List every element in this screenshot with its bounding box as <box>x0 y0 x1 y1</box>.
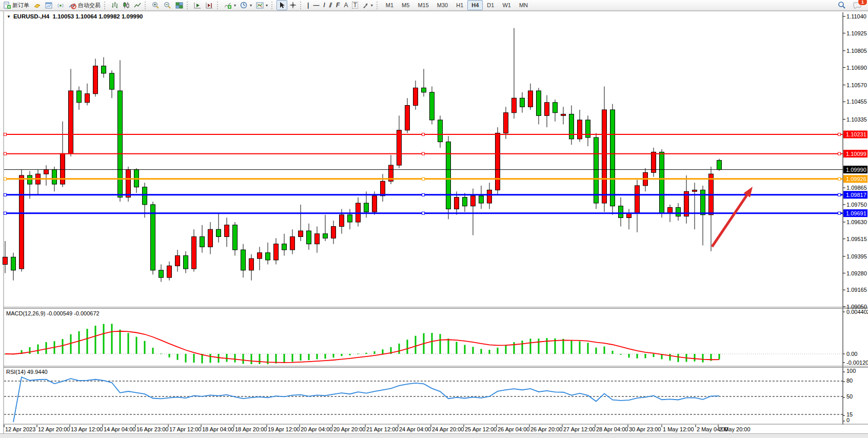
svg-text:13 Apr 12:00: 13 Apr 12:00 <box>71 426 103 432</box>
market-watch-icon <box>45 2 53 9</box>
algo-trading-button[interactable]: 自动交易 <box>67 0 103 10</box>
vline-icon: | <box>307 2 309 8</box>
price-badge: 1.09691 <box>846 210 866 216</box>
svg-text:1.09280: 1.09280 <box>846 270 867 276</box>
timeframe-label: MN <box>517 2 530 8</box>
svg-text:30 Apr 23:00: 30 Apr 23:00 <box>629 426 661 432</box>
svg-text:1.10925: 1.10925 <box>846 30 867 36</box>
timeframe-m5-button[interactable]: M5 <box>398 0 413 10</box>
timeframe-w1-button[interactable]: W1 <box>498 0 515 10</box>
channel-button[interactable]: ⫽ <box>327 0 334 10</box>
candles-chart-button[interactable] <box>121 0 132 10</box>
toolbar-grip <box>300 2 304 9</box>
periods-button[interactable]: ▾ <box>238 0 254 10</box>
price-badge: 1.10231 <box>846 131 866 137</box>
bars-chart-button[interactable] <box>109 0 121 10</box>
new-order-button[interactable]: 新订单 <box>1 0 31 10</box>
line-chart-button[interactable] <box>132 0 143 10</box>
trendline-button[interactable]: / <box>321 0 327 10</box>
svg-text:24 Apr 20:00: 24 Apr 20:00 <box>432 426 464 432</box>
svg-text:1.09630: 1.09630 <box>846 219 867 225</box>
svg-text:18 Apr 04:00: 18 Apr 04:00 <box>202 426 234 432</box>
metaeditor-button[interactable] <box>31 0 43 10</box>
timeframe-m1-button[interactable]: M1 <box>382 0 398 10</box>
timeframe-d1-button[interactable]: D1 <box>483 0 498 10</box>
svg-text:1.10805: 1.10805 <box>846 48 867 54</box>
objects-dropdown-button[interactable]: ▾ <box>360 0 375 10</box>
cursor-icon <box>279 2 285 9</box>
svg-text:1.10335: 1.10335 <box>846 116 867 123</box>
tile-windows-button[interactable] <box>173 0 185 10</box>
line-chart-icon <box>134 2 141 9</box>
price-badge: 1.09990 <box>846 167 866 173</box>
timeframe-h1-button[interactable]: H1 <box>452 0 467 10</box>
svg-text:20 Apr 20:00: 20 Apr 20:00 <box>333 426 365 432</box>
svg-text:27 Apr 12:00: 27 Apr 12:00 <box>563 426 595 432</box>
svg-text:12 Apr 2023: 12 Apr 2023 <box>5 426 35 432</box>
chart-canvas[interactable]: 1.110401.109251.108051.106901.105701.104… <box>0 0 868 438</box>
price-badge: 1.10099 <box>846 151 866 157</box>
svg-text:1.09395: 1.09395 <box>846 253 867 260</box>
timeframe-mn-button[interactable]: MN <box>515 0 532 10</box>
zoom-out-button[interactable] <box>162 0 173 10</box>
label-icon: T <box>352 2 358 9</box>
label-button[interactable]: T <box>350 0 360 10</box>
crosshair-button[interactable] <box>287 0 299 10</box>
timeframe-label: M30 <box>435 2 450 8</box>
ohlc-readout: EURUSD-,H4 1.10053 1.10064 1.09982 1.099… <box>13 13 143 19</box>
timeframe-m30-button[interactable]: M30 <box>433 0 452 10</box>
svg-text:1.09750: 1.09750 <box>846 202 867 208</box>
tile-windows-icon <box>175 2 183 9</box>
trendline-icon: / <box>323 2 325 8</box>
timeframe-m15-button[interactable]: M15 <box>413 0 432 10</box>
svg-text:26 Apr 04:00: 26 Apr 04:00 <box>498 426 529 432</box>
zoom-in-icon <box>152 2 160 9</box>
time-axis[interactable]: 12 Apr 202312 Apr 20:0013 Apr 12:0014 Ap… <box>4 425 751 432</box>
svg-text:1.09865: 1.09865 <box>846 185 867 191</box>
macd-indicator-label: MACD(12,26,9) -0.000549 -0.000672 <box>6 310 100 316</box>
timeframe-label: W1 <box>500 2 513 8</box>
market-watch-button[interactable] <box>43 0 55 10</box>
chat-button[interactable]: 1 <box>851 0 864 10</box>
toolbar-grip <box>104 2 108 9</box>
toolbar-grip <box>377 2 380 9</box>
toolbar-grip <box>271 2 275 9</box>
chart-shift-icon <box>206 2 213 9</box>
chart-shift-button[interactable] <box>204 0 215 10</box>
algo-trading-label: 自动交易 <box>78 2 101 9</box>
vline-button[interactable]: | <box>305 0 311 10</box>
hline-button[interactable]: — <box>311 0 321 10</box>
templates-button[interactable]: ▾ <box>254 0 270 10</box>
text-button[interactable]: A <box>342 0 350 10</box>
zoom-in-button[interactable] <box>150 0 162 10</box>
cursor-button[interactable] <box>277 0 287 10</box>
chart-symbol-title: ▼ EURUSD-,H4 1.10053 1.10064 1.09982 1.0… <box>7 13 143 19</box>
indicators-button[interactable]: ▾ <box>222 0 238 10</box>
signals-icon <box>57 2 65 9</box>
signals-button[interactable] <box>55 0 67 10</box>
collapse-chart-icon[interactable]: ▼ <box>7 14 11 19</box>
svg-text:18 Apr 20:00: 18 Apr 20:00 <box>235 426 267 432</box>
auto-scroll-button[interactable] <box>192 0 204 10</box>
indicators-icon <box>224 2 232 9</box>
svg-text:1 May 12:00: 1 May 12:00 <box>663 426 694 432</box>
search-button[interactable] <box>836 0 848 10</box>
svg-text:100: 100 <box>846 368 856 374</box>
toolbar: 新订单 <box>0 0 868 11</box>
svg-text:1.09515: 1.09515 <box>846 236 867 242</box>
timeframe-label: M1 <box>384 2 396 8</box>
arrows-icon <box>362 2 369 9</box>
svg-text:-0.001208: -0.001208 <box>846 360 868 366</box>
fibonacci-button[interactable]: F <box>334 0 342 10</box>
svg-text:28 Apr 04:00: 28 Apr 04:00 <box>596 426 628 432</box>
svg-text:25 Apr 12:00: 25 Apr 12:00 <box>465 426 497 432</box>
timeframe-h4-button[interactable]: H4 <box>467 0 483 10</box>
timeframe-label: H1 <box>454 2 465 8</box>
svg-text:21 Apr 12:00: 21 Apr 12:00 <box>366 426 398 432</box>
auto-scroll-icon <box>194 2 202 9</box>
timeframe-label: M15 <box>416 2 430 8</box>
dropdown-caret-icon: ▾ <box>234 3 236 8</box>
svg-text:1.10570: 1.10570 <box>846 82 867 88</box>
rsi-indicator-label: RSI(14) 49.9440 <box>6 369 48 375</box>
channel-icon: ⫽ <box>329 2 332 8</box>
